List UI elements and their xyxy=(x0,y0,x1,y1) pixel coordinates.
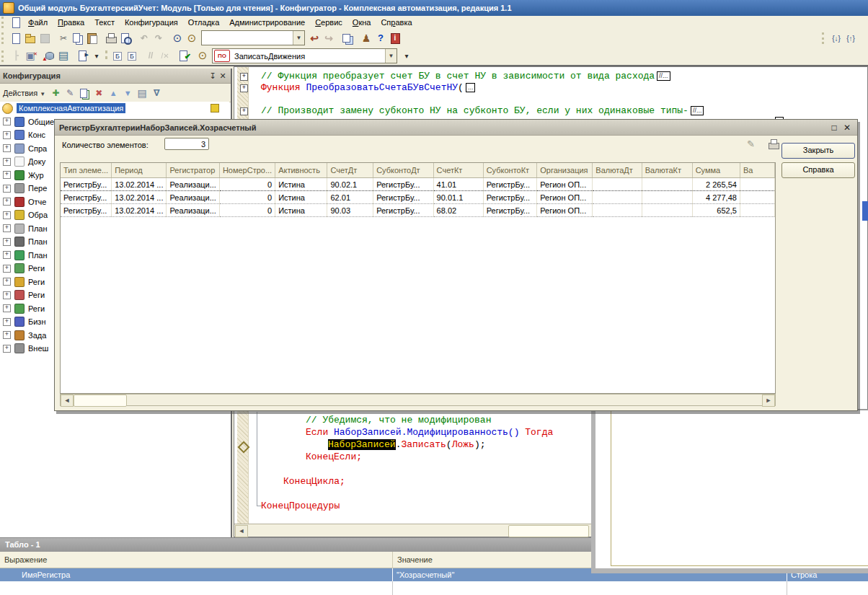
expand-icon[interactable]: + xyxy=(3,238,11,246)
edit-record-icon[interactable]: ✎ xyxy=(747,138,755,149)
syntax-check-icon[interactable] xyxy=(177,49,190,62)
column-header[interactable]: Активность xyxy=(275,163,327,178)
column-header[interactable]: Период xyxy=(112,163,167,178)
menu-item[interactable]: Сервис xyxy=(310,17,347,28)
menu-item[interactable]: Окна xyxy=(347,17,376,28)
table-row[interactable]: РегистрБу...13.02.2014 ...Реализаци...0И… xyxy=(61,204,775,217)
new-document-icon[interactable] xyxy=(9,32,22,45)
find-icon[interactable] xyxy=(171,32,184,45)
syntax-assistant-icon[interactable] xyxy=(389,32,402,45)
expand-icon[interactable]: + xyxy=(3,131,11,139)
scrollbar-thumb[interactable] xyxy=(508,525,589,537)
column-header[interactable]: СчетДт xyxy=(327,163,373,178)
sort-icon[interactable] xyxy=(136,87,149,100)
help-index-icon[interactable] xyxy=(374,32,387,45)
column-header[interactable]: СубконтоДт xyxy=(373,163,433,178)
expand-icon[interactable]: + xyxy=(3,265,11,273)
window-titlebar[interactable]: Общий модуль БухгалтерскийУчет: Модуль [… xyxy=(0,0,868,16)
menu-item[interactable]: Конфигурация xyxy=(120,17,183,28)
menu-item[interactable]: Текст xyxy=(89,17,120,28)
expand-icon[interactable]: + xyxy=(3,144,11,152)
expand-icon[interactable]: + xyxy=(3,318,11,326)
print-icon[interactable] xyxy=(105,32,118,45)
menu-item[interactable]: Файл xyxy=(23,17,53,28)
column-header[interactable]: Организация xyxy=(537,163,593,178)
records-dialog-titlebar[interactable]: РегистрБухгалтерииНаборЗаписей.Хозрасчет… xyxy=(55,120,857,136)
clone-icon[interactable] xyxy=(78,87,91,100)
scroll-left-icon[interactable]: ◄ xyxy=(61,395,74,407)
code-line[interactable]: +Функция ПреобразоватьСчетаБУвСчетНУ(... xyxy=(240,82,866,94)
scrollbar-thumb[interactable] xyxy=(74,395,127,407)
expand-icon[interactable]: + xyxy=(3,291,11,299)
expand-icon[interactable]: + xyxy=(3,251,11,259)
close-button[interactable]: Закрыть xyxy=(781,143,855,159)
records-table[interactable]: Тип элеме...ПериодРегистраторНомерСтро..… xyxy=(61,163,775,217)
code-line[interactable] xyxy=(240,94,866,105)
open-config-icon[interactable] xyxy=(57,49,70,62)
print-preview-icon[interactable] xyxy=(119,32,132,45)
fold-icon[interactable]: + xyxy=(240,73,248,81)
search-input[interactable] xyxy=(202,32,293,44)
tablo-empty-row[interactable] xyxy=(0,581,868,595)
expand-icon[interactable]: + xyxy=(3,278,11,286)
collapsed-block[interactable]: //... xyxy=(691,106,704,115)
scroll-right-icon[interactable]: ► xyxy=(762,395,775,407)
menu-item[interactable]: Отладка xyxy=(183,17,224,28)
column-header[interactable]: НомерСтро... xyxy=(219,163,275,178)
update-db-config-icon[interactable] xyxy=(43,49,56,62)
pin-panel-icon[interactable]: ↧ xyxy=(208,71,218,81)
table-row[interactable]: РегистрБу...13.02.2014 ...Реализаци...0И… xyxy=(61,191,775,204)
fold-icon[interactable]: + xyxy=(240,107,248,115)
expand-icon[interactable]: + xyxy=(3,118,11,125)
tablo-col-expression[interactable]: Выражение xyxy=(0,552,393,568)
menu-item[interactable]: Справка xyxy=(376,17,417,28)
expand-icon[interactable]: + xyxy=(3,198,11,206)
scroll-left-icon[interactable]: ◄ xyxy=(235,525,248,537)
expand-icon[interactable]: + xyxy=(3,304,11,312)
windows-icon[interactable] xyxy=(341,32,354,45)
template-list-icon[interactable] xyxy=(125,49,138,62)
next-procedure-icon[interactable] xyxy=(830,32,843,45)
close-configuration-icon[interactable] xyxy=(24,49,37,62)
menu-item[interactable]: Администрирование xyxy=(224,17,310,28)
expand-icon[interactable]: + xyxy=(3,331,11,339)
configurator-tips-icon[interactable] xyxy=(360,32,373,45)
expand-icon[interactable]: + xyxy=(3,185,11,193)
delete-icon[interactable] xyxy=(92,87,105,100)
table-row[interactable]: РегистрБу...13.02.2014 ...Реализаци...0И… xyxy=(61,178,775,191)
move-down-icon[interactable] xyxy=(121,87,134,100)
module-menu-arrow-icon[interactable] xyxy=(90,49,103,62)
copy-icon[interactable] xyxy=(71,32,84,45)
fold-icon[interactable]: + xyxy=(240,84,248,92)
expand-icon[interactable]: + xyxy=(3,345,11,353)
find-in-files-icon[interactable] xyxy=(185,32,198,45)
expand-icon[interactable]: + xyxy=(3,211,11,219)
column-header[interactable]: Сумма xyxy=(692,163,740,178)
prev-procedure-icon[interactable] xyxy=(844,32,857,45)
open-icon[interactable] xyxy=(24,32,37,45)
column-header[interactable]: СубконтоКт xyxy=(483,163,537,178)
chevron-down-icon[interactable]: ▼ xyxy=(293,31,304,45)
maximize-icon[interactable]: □ xyxy=(828,123,840,133)
chevron-down-icon[interactable]: ▼ xyxy=(385,49,397,63)
column-header[interactable]: Тип элеме... xyxy=(61,163,112,178)
procedure-combo[interactable]: ПОЗаписатьДвижения▼ xyxy=(212,48,397,63)
expand-icon[interactable]: + xyxy=(3,171,11,179)
paste-icon[interactable] xyxy=(86,32,99,45)
search-combo[interactable]: ▼ xyxy=(201,30,305,45)
actions-menu-button[interactable]: Действия ▼ xyxy=(0,89,48,97)
combo-more-arrow-icon[interactable] xyxy=(400,49,413,62)
expand-icon[interactable]: + xyxy=(3,224,11,232)
column-header[interactable]: СчетКт xyxy=(433,163,483,178)
column-header[interactable]: Ва xyxy=(740,163,774,178)
go-back-icon[interactable] xyxy=(308,32,321,45)
move-up-icon[interactable] xyxy=(107,87,120,100)
close-icon[interactable]: ✕ xyxy=(841,123,853,133)
menu-item[interactable]: Правка xyxy=(53,17,89,28)
close-panel-icon[interactable]: ✕ xyxy=(218,71,228,81)
edit-icon[interactable] xyxy=(63,87,76,100)
help-button[interactable]: Справка xyxy=(781,162,855,178)
code-line[interactable]: +// Производит замену субконто НУ на суб… xyxy=(240,105,866,117)
filter-icon[interactable] xyxy=(150,87,163,100)
column-header[interactable]: ВалютаДт xyxy=(593,163,642,178)
